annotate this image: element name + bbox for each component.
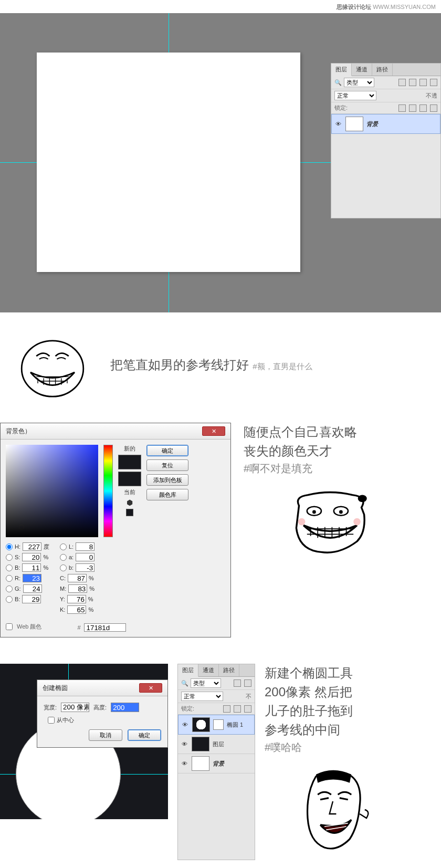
radio-b[interactable] xyxy=(6,564,13,571)
m-input[interactable] xyxy=(68,584,87,593)
lock-all-icon[interactable] xyxy=(430,104,437,112)
from-center-checkbox[interactable] xyxy=(48,717,55,724)
tab-paths[interactable]: 路径 xyxy=(372,64,393,76)
filter-icons xyxy=(398,79,437,86)
websafe-swatch[interactable] xyxy=(126,509,133,516)
filter-type-select[interactable]: 类型 xyxy=(191,678,221,688)
layer-thumbnail[interactable] xyxy=(345,117,363,131)
caption-line: 丧失的颜色天才 xyxy=(244,442,417,461)
dialog-title-text: 背景色） xyxy=(6,427,31,436)
layer-row-ellipse[interactable]: 👁 椭圆 1 xyxy=(178,715,255,735)
r-input[interactable] xyxy=(23,574,41,582)
g-input[interactable] xyxy=(23,584,42,593)
visibility-icon[interactable]: 👁 xyxy=(181,721,189,728)
lock-image-icon[interactable] xyxy=(409,104,416,112)
lock-label: 锁定: xyxy=(334,104,348,112)
visibility-icon[interactable]: 👁 xyxy=(180,741,188,747)
layer-thumbnail[interactable] xyxy=(192,756,209,771)
tab-channels[interactable]: 通道 xyxy=(198,664,219,676)
lock-position-icon[interactable] xyxy=(419,104,427,112)
dialog-titlebar[interactable]: 创建椭圆 ✕ xyxy=(37,680,167,696)
layer-name[interactable]: 背景 xyxy=(213,760,224,768)
lock-icon[interactable] xyxy=(234,705,241,713)
k-input[interactable] xyxy=(67,605,86,614)
web-colors-checkbox[interactable] xyxy=(6,623,13,630)
hex-label: # xyxy=(77,624,80,631)
c-input[interactable] xyxy=(68,574,87,582)
radio-r[interactable] xyxy=(6,575,13,582)
photoshop-canvas-area: 图层 通道 路径 🔍 类型 正常 不透 锁定: xyxy=(0,13,441,312)
visibility-icon[interactable]: 👁 xyxy=(334,121,342,127)
color-cursor-icon[interactable] xyxy=(19,525,24,530)
color-field[interactable] xyxy=(6,445,98,537)
radio-l[interactable] xyxy=(60,543,67,550)
canvas-dark[interactable]: 创建椭圆 ✕ 宽度: 高度: 从中心 取消 确定 xyxy=(0,664,168,819)
tab-paths[interactable]: 路径 xyxy=(219,664,239,676)
lock-icon[interactable] xyxy=(223,705,230,713)
layer-thumbnail[interactable] xyxy=(192,737,209,751)
cancel-button[interactable]: 取消 xyxy=(89,729,122,741)
filter-pixel-icon[interactable] xyxy=(398,79,406,86)
blend-mode-select[interactable]: 正常 xyxy=(181,692,223,701)
y-input[interactable] xyxy=(67,595,86,603)
height-input[interactable] xyxy=(111,703,139,712)
dialog-titlebar[interactable]: 背景色） ✕ xyxy=(1,423,230,440)
tab-layers[interactable]: 图层 xyxy=(178,664,198,677)
b-input[interactable] xyxy=(22,563,41,572)
height-label: 高度: xyxy=(93,704,107,712)
bb-input[interactable] xyxy=(22,595,41,603)
filter-adjust-icon[interactable] xyxy=(409,79,416,86)
lb-input[interactable] xyxy=(76,563,94,572)
radio-g[interactable] xyxy=(6,585,13,592)
radio-bb[interactable] xyxy=(6,596,13,603)
close-icon[interactable]: ✕ xyxy=(139,683,162,693)
add-swatch-button[interactable]: 添加到色板 xyxy=(146,474,188,486)
a-input[interactable] xyxy=(76,553,94,561)
h-input[interactable] xyxy=(23,542,41,551)
l-input[interactable] xyxy=(76,542,94,551)
layers-panel: 图层 通道 路径 🔍 类型 正常 不 锁定: 👁 椭圆 1 👁 图层 xyxy=(177,664,255,860)
caption-hash: #噗哈哈 xyxy=(265,739,375,755)
filter-shape-icon[interactable] xyxy=(430,79,437,86)
filter-icon[interactable] xyxy=(234,679,241,687)
gamut-warning-icon[interactable]: ⬢ xyxy=(127,498,133,507)
color-libraries-button[interactable]: 颜色库 xyxy=(146,489,188,500)
width-input[interactable] xyxy=(61,703,89,712)
tab-layers[interactable]: 图层 xyxy=(331,64,352,76)
tab-channels[interactable]: 通道 xyxy=(352,64,372,76)
document-canvas[interactable] xyxy=(37,53,300,272)
radio-h[interactable] xyxy=(6,543,13,550)
lock-transparent-icon[interactable] xyxy=(398,104,406,112)
tutorial-caption-2: 随便点个自己喜欢略 丧失的颜色天才 #啊不对是填充 xyxy=(244,423,417,566)
current-color-swatch[interactable] xyxy=(118,472,141,486)
search-icon: 🔍 xyxy=(181,680,188,687)
trollface-icon xyxy=(286,487,375,560)
svg-point-4 xyxy=(312,510,316,514)
caption-hash: #额，直男是什么 xyxy=(253,362,312,371)
svg-point-7 xyxy=(353,518,361,526)
hue-slider[interactable] xyxy=(103,445,113,537)
lock-icon[interactable] xyxy=(244,705,251,713)
radio-s[interactable] xyxy=(6,554,13,561)
ok-button[interactable]: 确定 xyxy=(128,729,161,741)
radio-lb[interactable] xyxy=(60,564,67,571)
layer-thumbnail[interactable] xyxy=(192,717,210,732)
layer-row-background[interactable]: 👁 背景 xyxy=(331,114,440,134)
layer-name[interactable]: 背景 xyxy=(366,120,378,128)
close-icon[interactable]: ✕ xyxy=(202,426,225,436)
hex-input[interactable] xyxy=(84,623,126,632)
visibility-icon[interactable]: 👁 xyxy=(180,760,188,767)
layer-name[interactable]: 图层 xyxy=(213,740,224,748)
filter-icon[interactable] xyxy=(244,679,251,687)
ok-button[interactable]: 确定 xyxy=(146,445,188,456)
layer-mask-thumbnail[interactable] xyxy=(213,719,224,730)
s-input[interactable] xyxy=(22,553,41,561)
radio-a[interactable] xyxy=(60,554,67,561)
layer-name[interactable]: 椭圆 1 xyxy=(227,721,243,729)
filter-type-select[interactable]: 类型 xyxy=(344,78,374,87)
layer-row[interactable]: 👁 图层 xyxy=(178,735,255,754)
layer-row-background[interactable]: 👁 背景 xyxy=(178,754,255,773)
filter-text-icon[interactable] xyxy=(419,79,427,86)
blend-mode-select[interactable]: 正常 xyxy=(334,91,376,100)
reset-button[interactable]: 复位 xyxy=(146,459,188,471)
